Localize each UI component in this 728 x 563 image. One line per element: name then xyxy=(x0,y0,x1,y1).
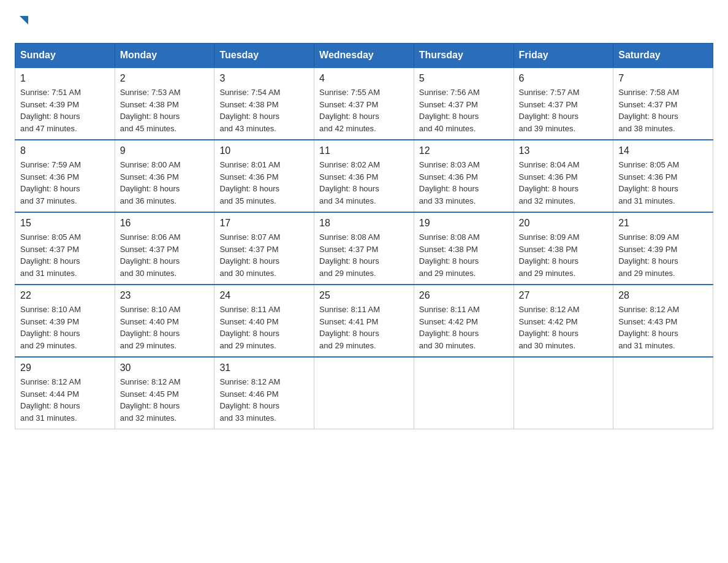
day-number: 8 xyxy=(20,145,110,156)
calendar-cell: 11 Sunrise: 8:02 AM Sunset: 4:36 PM Dayl… xyxy=(314,140,414,212)
day-number: 4 xyxy=(319,73,409,84)
column-header-monday: Monday xyxy=(115,44,214,68)
calendar-cell: 2 Sunrise: 7:53 AM Sunset: 4:38 PM Dayli… xyxy=(115,67,214,140)
day-number: 20 xyxy=(519,218,609,229)
calendar-cell: 27 Sunrise: 8:12 AM Sunset: 4:42 PM Dayl… xyxy=(514,285,613,357)
calendar-cell: 1 Sunrise: 7:51 AM Sunset: 4:39 PM Dayli… xyxy=(15,67,115,140)
column-header-thursday: Thursday xyxy=(414,44,514,68)
day-number: 26 xyxy=(419,290,509,301)
column-header-sunday: Sunday xyxy=(15,44,115,68)
calendar-cell: 31 Sunrise: 8:12 AM Sunset: 4:46 PM Dayl… xyxy=(214,357,314,429)
day-number: 24 xyxy=(219,290,309,301)
day-number: 22 xyxy=(20,290,110,301)
day-number: 25 xyxy=(319,290,409,301)
day-info: Sunrise: 8:09 AM Sunset: 4:39 PM Dayligh… xyxy=(618,231,708,279)
svg-marker-0 xyxy=(20,16,28,25)
calendar-cell: 26 Sunrise: 8:11 AM Sunset: 4:42 PM Dayl… xyxy=(414,285,514,357)
calendar-cell: 7 Sunrise: 7:58 AM Sunset: 4:37 PM Dayli… xyxy=(613,67,713,140)
day-info: Sunrise: 8:07 AM Sunset: 4:37 PM Dayligh… xyxy=(219,231,309,279)
calendar-cell: 5 Sunrise: 7:56 AM Sunset: 4:37 PM Dayli… xyxy=(414,67,514,140)
day-info: Sunrise: 7:51 AM Sunset: 4:39 PM Dayligh… xyxy=(20,86,110,134)
day-number: 11 xyxy=(319,145,409,156)
calendar-week-4: 22 Sunrise: 8:10 AM Sunset: 4:39 PM Dayl… xyxy=(15,285,713,357)
calendar-cell: 9 Sunrise: 8:00 AM Sunset: 4:36 PM Dayli… xyxy=(115,140,214,212)
day-number: 12 xyxy=(419,145,509,156)
page-header xyxy=(15,15,713,31)
column-header-wednesday: Wednesday xyxy=(314,44,414,68)
calendar-cell: 19 Sunrise: 8:08 AM Sunset: 4:38 PM Dayl… xyxy=(414,212,514,285)
day-info: Sunrise: 8:09 AM Sunset: 4:38 PM Dayligh… xyxy=(519,231,609,279)
day-info: Sunrise: 8:08 AM Sunset: 4:37 PM Dayligh… xyxy=(319,231,409,279)
day-info: Sunrise: 8:02 AM Sunset: 4:36 PM Dayligh… xyxy=(319,159,409,207)
day-info: Sunrise: 8:12 AM Sunset: 4:43 PM Dayligh… xyxy=(618,304,708,351)
calendar-cell: 13 Sunrise: 8:04 AM Sunset: 4:36 PM Dayl… xyxy=(514,140,613,212)
calendar-cell: 6 Sunrise: 7:57 AM Sunset: 4:37 PM Dayli… xyxy=(514,67,613,140)
calendar-cell xyxy=(613,357,713,429)
day-info: Sunrise: 8:12 AM Sunset: 4:44 PM Dayligh… xyxy=(20,376,110,424)
day-number: 2 xyxy=(120,73,210,84)
day-number: 29 xyxy=(20,362,110,373)
day-number: 31 xyxy=(219,362,309,373)
calendar-cell: 21 Sunrise: 8:09 AM Sunset: 4:39 PM Dayl… xyxy=(613,212,713,285)
calendar-week-5: 29 Sunrise: 8:12 AM Sunset: 4:44 PM Dayl… xyxy=(15,357,713,429)
calendar-cell: 28 Sunrise: 8:12 AM Sunset: 4:43 PM Dayl… xyxy=(613,285,713,357)
day-number: 30 xyxy=(120,362,210,373)
day-info: Sunrise: 8:11 AM Sunset: 4:42 PM Dayligh… xyxy=(419,304,509,351)
day-number: 16 xyxy=(120,218,210,229)
day-number: 23 xyxy=(120,290,210,301)
day-info: Sunrise: 8:00 AM Sunset: 4:36 PM Dayligh… xyxy=(120,159,210,207)
day-number: 17 xyxy=(219,218,309,229)
day-info: Sunrise: 7:57 AM Sunset: 4:37 PM Dayligh… xyxy=(519,86,609,134)
logo xyxy=(15,15,31,31)
column-header-friday: Friday xyxy=(514,44,613,68)
calendar-week-1: 1 Sunrise: 7:51 AM Sunset: 4:39 PM Dayli… xyxy=(15,67,713,140)
calendar-week-3: 15 Sunrise: 8:05 AM Sunset: 4:37 PM Dayl… xyxy=(15,212,713,285)
calendar-cell: 16 Sunrise: 8:06 AM Sunset: 4:37 PM Dayl… xyxy=(115,212,214,285)
day-number: 18 xyxy=(319,218,409,229)
calendar-cell xyxy=(314,357,414,429)
day-info: Sunrise: 8:01 AM Sunset: 4:36 PM Dayligh… xyxy=(219,159,309,207)
day-number: 13 xyxy=(519,145,609,156)
day-info: Sunrise: 8:04 AM Sunset: 4:36 PM Dayligh… xyxy=(519,159,609,207)
calendar-cell: 14 Sunrise: 8:05 AM Sunset: 4:36 PM Dayl… xyxy=(613,140,713,212)
calendar-cell: 12 Sunrise: 8:03 AM Sunset: 4:36 PM Dayl… xyxy=(414,140,514,212)
day-number: 9 xyxy=(120,145,210,156)
day-number: 5 xyxy=(419,73,509,84)
day-info: Sunrise: 8:11 AM Sunset: 4:41 PM Dayligh… xyxy=(319,304,409,351)
day-info: Sunrise: 7:58 AM Sunset: 4:37 PM Dayligh… xyxy=(618,86,708,134)
calendar-cell: 15 Sunrise: 8:05 AM Sunset: 4:37 PM Dayl… xyxy=(15,212,115,285)
day-info: Sunrise: 7:53 AM Sunset: 4:38 PM Dayligh… xyxy=(120,86,210,134)
calendar-cell: 29 Sunrise: 8:12 AM Sunset: 4:44 PM Dayl… xyxy=(15,357,115,429)
calendar-week-2: 8 Sunrise: 7:59 AM Sunset: 4:36 PM Dayli… xyxy=(15,140,713,212)
day-number: 14 xyxy=(618,145,708,156)
day-info: Sunrise: 8:08 AM Sunset: 4:38 PM Dayligh… xyxy=(419,231,509,279)
day-number: 19 xyxy=(419,218,509,229)
column-header-saturday: Saturday xyxy=(613,44,713,68)
day-info: Sunrise: 7:54 AM Sunset: 4:38 PM Dayligh… xyxy=(219,86,309,134)
calendar-cell: 17 Sunrise: 8:07 AM Sunset: 4:37 PM Dayl… xyxy=(214,212,314,285)
day-number: 10 xyxy=(219,145,309,156)
day-info: Sunrise: 7:56 AM Sunset: 4:37 PM Dayligh… xyxy=(419,86,509,134)
calendar-cell: 3 Sunrise: 7:54 AM Sunset: 4:38 PM Dayli… xyxy=(214,67,314,140)
column-header-tuesday: Tuesday xyxy=(214,44,314,68)
calendar-cell xyxy=(414,357,514,429)
calendar-cell: 25 Sunrise: 8:11 AM Sunset: 4:41 PM Dayl… xyxy=(314,285,414,357)
day-info: Sunrise: 8:05 AM Sunset: 4:37 PM Dayligh… xyxy=(20,231,110,279)
day-number: 27 xyxy=(519,290,609,301)
day-info: Sunrise: 8:03 AM Sunset: 4:36 PM Dayligh… xyxy=(419,159,509,207)
calendar-cell: 24 Sunrise: 8:11 AM Sunset: 4:40 PM Dayl… xyxy=(214,285,314,357)
day-info: Sunrise: 8:06 AM Sunset: 4:37 PM Dayligh… xyxy=(120,231,210,279)
day-info: Sunrise: 7:55 AM Sunset: 4:37 PM Dayligh… xyxy=(319,86,409,134)
day-number: 3 xyxy=(219,73,309,84)
day-info: Sunrise: 7:59 AM Sunset: 4:36 PM Dayligh… xyxy=(20,159,110,207)
day-number: 1 xyxy=(20,73,110,84)
calendar-cell xyxy=(514,357,613,429)
calendar-cell: 22 Sunrise: 8:10 AM Sunset: 4:39 PM Dayl… xyxy=(15,285,115,357)
calendar-cell: 8 Sunrise: 7:59 AM Sunset: 4:36 PM Dayli… xyxy=(15,140,115,212)
calendar-cell: 10 Sunrise: 8:01 AM Sunset: 4:36 PM Dayl… xyxy=(214,140,314,212)
day-info: Sunrise: 8:10 AM Sunset: 4:39 PM Dayligh… xyxy=(20,304,110,351)
calendar-cell: 4 Sunrise: 7:55 AM Sunset: 4:37 PM Dayli… xyxy=(314,67,414,140)
day-number: 7 xyxy=(618,73,708,84)
logo-arrow-icon xyxy=(17,13,31,29)
day-info: Sunrise: 8:05 AM Sunset: 4:36 PM Dayligh… xyxy=(618,159,708,207)
